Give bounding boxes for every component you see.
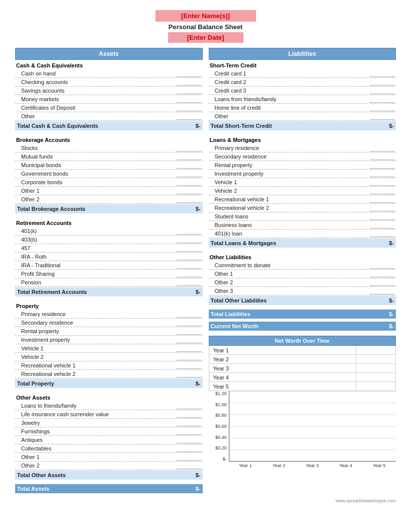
- list-item: Credit card 3: [209, 87, 396, 95]
- table-row: Year 3: [209, 364, 396, 373]
- property-section: Property Primary residence Secondary res…: [15, 300, 203, 388]
- loans-section: Loans & Mortgages Primary residence Seco…: [209, 134, 396, 248]
- brokerage-total-row: Total Brokerage Accounts $-: [15, 204, 203, 213]
- list-item: Credit card 2: [209, 78, 396, 87]
- list-item: Investment property: [209, 170, 396, 178]
- brokerage-title: Brokerage Accounts: [15, 134, 203, 144]
- nwot-table: Net Worth Over Time Year 1 Year 2 Year 3…: [209, 336, 396, 391]
- list-item: Cash on hand: [15, 69, 203, 78]
- property-items: Primary residence Secondary residence Re…: [15, 310, 203, 378]
- list-item: Secondary residence: [15, 319, 203, 327]
- other-liabilities-section: Other Liabilities Commitment to donate O…: [209, 252, 396, 305]
- retirement-title: Retirement Accounts: [15, 217, 203, 227]
- list-item: Corporate bonds: [15, 178, 203, 187]
- cash-total-row: Total Cash & Cash Equivalents $-: [15, 121, 203, 130]
- retirement-section: Retirement Accounts 401(k) 403(b) 457 IR…: [15, 217, 203, 296]
- list-item: Business loans: [209, 221, 396, 230]
- x-axis: Year 1Year 2Year 3Year 4Year 5: [229, 463, 396, 468]
- list-item: Primary residence: [209, 144, 396, 153]
- table-row: Year 2: [209, 355, 396, 364]
- list-item: Other 2: [15, 195, 203, 204]
- list-item: Credit card 1: [209, 69, 396, 78]
- list-item: Money markets: [15, 95, 203, 104]
- nwot-section: Net Worth Over Time Year 1 Year 2 Year 3…: [209, 336, 396, 391]
- x-axis-label: Year 3: [306, 463, 319, 468]
- other-liabilities-items: Commitment to donate Other 1 Other 2 Oth…: [209, 261, 396, 295]
- nwot-body: Year 1 Year 2 Year 3 Year 4 Year 5: [209, 346, 396, 391]
- other-liabilities-title: Other Liabilities: [209, 252, 396, 261]
- retirement-items: 401(k) 403(b) 457 IRA - Roth IRA - Tradi…: [15, 227, 203, 287]
- short-term-total-row: Total Short-Term Credit $-: [209, 121, 396, 130]
- list-item: Stocks: [15, 144, 203, 153]
- loans-title: Loans & Mortgages: [209, 134, 396, 144]
- cash-title: Cash & Cash Equivalents: [15, 60, 203, 69]
- list-item: Government bonds: [15, 170, 203, 178]
- list-item: IRA - Traditional: [15, 261, 203, 270]
- total-liabilities-row: Total Liabilities $-: [209, 310, 396, 319]
- footer: www.spreadsheetshoppe.com: [15, 498, 396, 503]
- list-item: Primary residence: [15, 310, 203, 319]
- net-worth-row: Current Net Worth $-: [209, 322, 396, 331]
- list-item: Loans to friends/family: [15, 402, 203, 410]
- brokerage-items: Stocks Mutual funds Municipal bonds Gove…: [15, 144, 203, 204]
- list-item: Other 1: [15, 453, 203, 462]
- list-item: Municipal bonds: [15, 161, 203, 170]
- list-item: Recreational vehicle 2: [15, 370, 203, 378]
- list-item: Home line of credit: [209, 104, 396, 112]
- list-item: Antiques: [15, 436, 203, 444]
- other-assets-items: Loans to friends/family Life insurance c…: [15, 402, 203, 470]
- total-assets-row: Total Assets $-: [15, 484, 203, 493]
- table-row: Year 1: [209, 346, 396, 355]
- main-content: Assets Cash & Cash Equivalents Cash on h…: [15, 48, 396, 493]
- list-item: Other: [209, 112, 396, 121]
- property-total-row: Total Property $-: [15, 379, 203, 388]
- assets-header: Assets: [15, 48, 203, 60]
- brokerage-section: Brokerage Accounts Stocks Mutual funds M…: [15, 134, 203, 213]
- list-item: Other 3: [209, 287, 396, 295]
- list-item: Commitment to donate: [209, 261, 396, 270]
- list-item: Jewelry: [15, 419, 203, 427]
- list-item: Loans from friends/family: [209, 95, 396, 104]
- chart-wrapper: $1.20$1.00$0.80$0.60$0.40$0.20$-: [209, 391, 396, 468]
- list-item: Vehicle 1: [15, 344, 203, 353]
- loans-items: Primary residence Secondary residence Re…: [209, 144, 396, 238]
- list-item: Other 2: [15, 462, 203, 470]
- list-item: Recreational vehicle 2: [209, 204, 396, 212]
- date-field[interactable]: [Enter Date]: [15, 32, 396, 43]
- short-term-title: Short-Term Credit: [209, 60, 396, 69]
- liabilities-column: Liabilities Short-Term Credit Credit car…: [209, 48, 396, 493]
- list-item: Rental property: [209, 161, 396, 170]
- list-item: Other: [15, 112, 203, 121]
- chart-area: [229, 391, 396, 462]
- list-item: 403(b): [15, 236, 203, 244]
- list-item: Other 1: [15, 187, 203, 195]
- short-term-section: Short-Term Credit Credit card 1 Credit c…: [209, 60, 396, 130]
- table-row: Year 5: [209, 382, 396, 391]
- cash-section: Cash & Cash Equivalents Cash on hand Che…: [15, 60, 203, 130]
- list-item: Other 1: [209, 270, 396, 278]
- list-item: Checking accounts: [15, 78, 203, 87]
- other-assets-section: Other Assets Loans to friends/family Lif…: [15, 392, 203, 480]
- nwot-title: Net Worth Over Time: [209, 336, 396, 346]
- list-item: Furnishings: [15, 427, 203, 436]
- list-item: Investment property: [15, 336, 203, 344]
- list-item: Student loans: [209, 212, 396, 221]
- retirement-total-row: Total Retirement Accounts $-: [15, 287, 203, 296]
- list-item: Vehicle 2: [209, 187, 396, 195]
- other-assets-title: Other Assets: [15, 392, 203, 402]
- list-item: Recreational vehicle 1: [15, 361, 203, 370]
- x-axis-label: Year 2: [272, 463, 285, 468]
- list-item: Life insurance cash surrender value: [15, 410, 203, 419]
- list-item: Collectables: [15, 444, 203, 453]
- list-item: 401(k): [15, 227, 203, 236]
- list-item: 457: [15, 244, 203, 253]
- liabilities-header: Liabilities: [209, 48, 396, 60]
- list-item: Other 2: [209, 278, 396, 287]
- list-item: Certificates of Deposit: [15, 104, 203, 112]
- list-item: Vehicle 2: [15, 353, 203, 361]
- list-item: Rental property: [15, 327, 203, 336]
- list-item: Pension: [15, 278, 203, 287]
- name-field[interactable]: [Enter Name(s)]: [15, 10, 396, 22]
- x-axis-label: Year 1: [239, 463, 252, 468]
- list-item: Profit Sharing: [15, 270, 203, 278]
